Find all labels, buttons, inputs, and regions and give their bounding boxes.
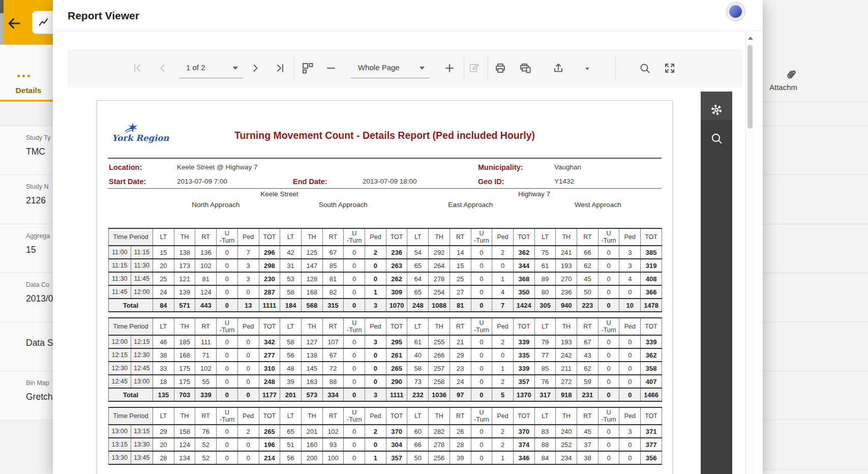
export-options-caret[interactable] xyxy=(582,66,592,71)
count-cell: 0 xyxy=(471,246,492,259)
app-tab-bar: Details xyxy=(0,45,57,102)
total-cell: 317 xyxy=(534,388,556,401)
count-cell: 0 xyxy=(344,375,365,388)
previous-page-button[interactable] xyxy=(154,59,172,77)
count-cell: 38 xyxy=(153,348,174,362)
zoom-mode-selector[interactable]: Whole Page xyxy=(351,58,430,78)
count-table-row: 11:0011:15151381360729642125670223654292… xyxy=(109,246,662,259)
total-cell: 0 xyxy=(217,299,238,312)
count-cell: 3 xyxy=(619,246,641,259)
total-label-cell: Total xyxy=(109,299,153,312)
time-to-cell: 12:00 xyxy=(131,285,153,299)
search-button[interactable] xyxy=(636,59,654,77)
count-cell: 79 xyxy=(534,335,556,348)
count-column-header: TOT xyxy=(513,407,534,425)
count-column-header: U-Turn xyxy=(344,407,365,425)
zoom-out-button[interactable] xyxy=(322,59,340,77)
search-icon xyxy=(639,62,651,74)
print-page-button[interactable] xyxy=(516,59,534,77)
count-cell: 254 xyxy=(429,285,450,299)
count-cell: 1 xyxy=(365,451,386,464)
count-cell: 362 xyxy=(641,348,662,362)
next-page-button[interactable] xyxy=(246,59,264,77)
viewer-scrollbar[interactable] xyxy=(745,32,754,474)
print-button[interactable] xyxy=(491,59,510,77)
count-cell: 67 xyxy=(577,335,598,348)
count-cell: 62 xyxy=(577,259,598,272)
count-cell: 0 xyxy=(598,259,619,272)
count-cell: 0 xyxy=(471,335,492,348)
back-button[interactable] xyxy=(7,14,25,33)
count-cell: 42 xyxy=(280,246,302,259)
count-cell: 72 xyxy=(322,362,344,375)
count-cell: 46 xyxy=(153,335,174,348)
count-column-header: TOT xyxy=(641,228,662,246)
count-cell: 0 xyxy=(217,375,238,388)
count-cell: 193 xyxy=(556,335,577,348)
approach-label: East Approach xyxy=(448,201,493,209)
count-column-header: RT xyxy=(577,407,598,425)
street-group-label: Highway 7 xyxy=(518,190,550,198)
export-button[interactable] xyxy=(549,59,567,77)
count-cell: 28 xyxy=(450,438,471,451)
page-thumbnails-button[interactable] xyxy=(298,59,317,77)
page-selector[interactable]: 1 of 2 xyxy=(179,58,243,78)
toolbar-divider xyxy=(615,57,616,79)
count-cell: 0 xyxy=(471,348,492,362)
tab-bar-divider xyxy=(763,102,868,102)
count-table: Time PeriodLTTHRTU-TurnPedTOTLTTHRTU-Tur… xyxy=(108,407,662,465)
count-cell: 0 xyxy=(344,451,365,464)
total-cell: 184 xyxy=(280,299,302,312)
count-cell: 298 xyxy=(259,259,280,272)
count-cell: 66 xyxy=(407,438,429,451)
count-cell: 304 xyxy=(386,438,407,451)
user-avatar[interactable] xyxy=(726,2,745,21)
count-cell: 45 xyxy=(577,272,598,285)
count-table-row: 12:3012:45331751020031048145720026558257… xyxy=(109,362,662,375)
count-cell: 26 xyxy=(450,425,471,438)
count-cell: 319 xyxy=(641,259,662,272)
last-page-icon xyxy=(274,62,286,74)
settings-gear-button[interactable] xyxy=(701,92,732,120)
field-label: Study Ty xyxy=(26,134,50,141)
count-table-row: 11:1511:30201731020329831147850026365264… xyxy=(109,259,662,272)
first-page-button[interactable] xyxy=(128,59,146,77)
count-cell: 138 xyxy=(301,348,322,362)
count-cell: 0 xyxy=(598,451,619,464)
count-cell: 236 xyxy=(556,285,577,299)
count-cell: 236 xyxy=(386,246,407,259)
count-cell: 107 xyxy=(322,335,344,348)
time-to-cell: 13:00 xyxy=(131,375,153,388)
last-page-button[interactable] xyxy=(271,59,289,77)
count-cell: 310 xyxy=(259,362,280,375)
scroll-thumb[interactable] xyxy=(747,45,753,129)
count-cell: 270 xyxy=(556,272,577,285)
sidebar-field: Data S xyxy=(0,322,57,371)
zoom-in-button[interactable] xyxy=(440,59,459,77)
total-cell: 0 xyxy=(237,388,259,401)
count-cell: 158 xyxy=(174,425,195,438)
edit-report-button[interactable] xyxy=(465,59,484,77)
total-cell: 0 xyxy=(471,299,492,312)
count-cell: 200 xyxy=(301,451,322,464)
panel-search-button[interactable] xyxy=(701,120,732,149)
count-cell: 175 xyxy=(174,362,195,375)
count-column-header: Ped xyxy=(365,407,386,425)
count-cell: 0 xyxy=(344,285,365,299)
count-cell: 81 xyxy=(195,272,217,285)
background-right-panel: Attachm xyxy=(763,0,868,474)
count-cell: 127 xyxy=(301,335,322,348)
sidebar-field: Data Co2013/0 xyxy=(0,273,57,322)
count-cell: 0 xyxy=(492,348,514,362)
fullscreen-button[interactable] xyxy=(661,59,679,77)
street-group-label: Keele Street xyxy=(260,190,298,198)
total-cell: 201 xyxy=(280,388,302,401)
count-cell: 335 xyxy=(513,348,534,362)
count-cell: 2 xyxy=(492,425,514,438)
approach-label: South Approach xyxy=(319,201,368,209)
count-cell: 65 xyxy=(407,259,429,272)
line-chart-icon xyxy=(38,16,51,29)
time-from-cell: 11:45 xyxy=(109,285,131,299)
time-period-header: Time Period xyxy=(109,318,153,335)
scroll-up-arrow[interactable] xyxy=(748,37,753,40)
